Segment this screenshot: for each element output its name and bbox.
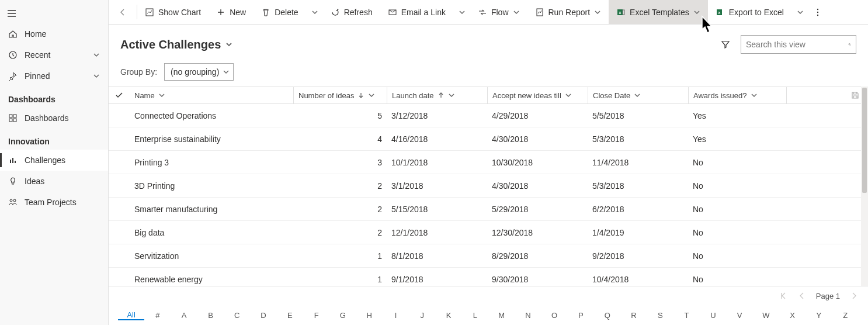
table-row[interactable]: Smarter manufacturing25/15/20185/29/2018… xyxy=(109,198,868,221)
alpha-F[interactable]: F xyxy=(303,311,329,320)
filter-button[interactable] xyxy=(718,37,732,51)
export-excel-split[interactable] xyxy=(791,0,808,24)
sidebar-item-ideas[interactable]: Ideas xyxy=(0,171,108,192)
sidebar-label-dashboards: Dashboards xyxy=(25,113,69,123)
alpha-#[interactable]: # xyxy=(144,311,171,320)
col-number-of-ideas[interactable]: Number of ideas xyxy=(293,87,387,103)
view-selector[interactable]: Active Challenges xyxy=(120,38,232,51)
alpha-A[interactable]: A xyxy=(171,311,197,320)
alpha-V[interactable]: V xyxy=(726,311,752,320)
col-accept-ideas[interactable]: Accept new ideas till xyxy=(487,87,588,103)
grid-footer: Page 1 All#ABCDEFGHIJKLMNOPQRSTUVWXYZ xyxy=(109,286,868,325)
alpha-I[interactable]: I xyxy=(383,311,409,320)
table-row[interactable]: Big data212/1/201812/30/20181/4/2019No xyxy=(109,221,868,244)
alpha-D[interactable]: D xyxy=(250,311,276,320)
table-row[interactable]: Servitization18/1/20188/29/20189/2/2018N… xyxy=(109,244,868,268)
cell-name[interactable]: Connected Operations xyxy=(130,111,293,120)
alpha-J[interactable]: J xyxy=(409,311,435,320)
cell-name[interactable]: Enterprise sustainability xyxy=(130,134,293,144)
table-row[interactable]: Printing 3310/1/201810/30/201811/4/2018N… xyxy=(109,151,868,174)
delete-button[interactable]: Delete xyxy=(254,0,305,24)
scrollbar-thumb[interactable] xyxy=(862,88,867,193)
email-button[interactable]: Email a Link xyxy=(380,0,453,24)
export-excel-button[interactable]: x Export to Excel xyxy=(708,0,791,24)
alpha-G[interactable]: G xyxy=(329,311,356,320)
col-launch-date[interactable]: Launch date xyxy=(387,87,487,103)
cell-name[interactable]: 3D Printing xyxy=(130,181,293,191)
alpha-Q[interactable]: Q xyxy=(594,311,620,320)
cell-close: 5/3/2018 xyxy=(588,134,688,144)
cell-name[interactable]: Renewable energy xyxy=(130,275,293,284)
sidebar-item-team-projects[interactable]: Team Projects xyxy=(0,192,108,213)
hamburger-menu[interactable] xyxy=(0,4,23,23)
cell-name[interactable]: Printing 3 xyxy=(130,158,293,167)
next-page-icon[interactable] xyxy=(849,291,859,300)
svg-rect-5 xyxy=(10,160,11,163)
export-excel-label: Export to Excel xyxy=(729,8,784,17)
col-awards[interactable]: Awards issued? xyxy=(688,87,786,103)
excel-templates-button[interactable]: x Excel Templates xyxy=(609,0,708,24)
first-page-icon[interactable] xyxy=(779,291,788,300)
clock-icon xyxy=(8,50,18,60)
cell-name[interactable]: Smarter manufacturing xyxy=(130,205,293,214)
vertical-scrollbar[interactable] xyxy=(861,87,868,286)
challenges-icon xyxy=(8,155,18,165)
svg-rect-7 xyxy=(15,161,16,163)
alpha-K[interactable]: K xyxy=(435,311,461,320)
flow-button[interactable]: Flow xyxy=(470,0,527,24)
section-innovation: Innovation xyxy=(0,129,108,150)
search-input[interactable] xyxy=(746,40,848,49)
table-row[interactable]: 3D Printing23/1/20184/30/20185/3/2018No xyxy=(109,174,868,198)
alpha-W[interactable]: W xyxy=(753,311,779,320)
save-layout-button[interactable] xyxy=(850,91,860,100)
alpha-Y[interactable]: Y xyxy=(805,311,832,320)
alpha-All[interactable]: All xyxy=(118,310,144,320)
alpha-B[interactable]: B xyxy=(197,311,224,320)
alpha-U[interactable]: U xyxy=(700,311,726,320)
alpha-L[interactable]: L xyxy=(462,311,488,320)
groupby-toolbar: Group By: (no grouping) xyxy=(109,57,868,87)
sidebar-item-dashboards[interactable]: Dashboards xyxy=(0,108,108,129)
groupby-select[interactable]: (no grouping) xyxy=(164,63,234,81)
alpha-T[interactable]: T xyxy=(673,311,700,320)
table-row[interactable]: Renewable energy19/1/20189/30/201810/4/2… xyxy=(109,268,868,286)
cell-name[interactable]: Servitization xyxy=(130,251,293,261)
cell-accept: 8/29/2018 xyxy=(487,251,588,261)
alpha-E[interactable]: E xyxy=(277,311,303,320)
sidebar-item-recent[interactable]: Recent xyxy=(0,44,108,65)
alpha-C[interactable]: C xyxy=(224,311,250,320)
sidebar-item-pinned[interactable]: Pinned xyxy=(0,65,108,87)
cell-close: 5/3/2018 xyxy=(588,181,688,191)
alpha-H[interactable]: H xyxy=(356,311,383,320)
table-row[interactable]: Connected Operations53/12/20184/29/20185… xyxy=(109,104,868,127)
select-all-column[interactable] xyxy=(109,87,130,103)
run-report-button[interactable]: Run Report xyxy=(527,0,609,24)
chevron-down-icon xyxy=(311,9,318,16)
show-chart-button[interactable]: Show Chart xyxy=(137,0,209,24)
sidebar-item-home[interactable]: Home xyxy=(0,23,108,44)
back-button[interactable] xyxy=(109,0,137,24)
email-split[interactable] xyxy=(453,0,470,24)
search-box[interactable] xyxy=(741,35,856,54)
alpha-Z[interactable]: Z xyxy=(832,311,859,320)
alpha-P[interactable]: P xyxy=(568,311,594,320)
sidebar-item-challenges[interactable]: Challenges xyxy=(0,150,108,171)
overflow-button[interactable] xyxy=(808,0,827,24)
new-button[interactable]: New xyxy=(209,0,254,24)
alpha-O[interactable]: O xyxy=(541,311,568,320)
cell-num-ideas: 4 xyxy=(293,134,387,144)
alpha-S[interactable]: S xyxy=(647,311,673,320)
prev-page-icon[interactable] xyxy=(797,291,807,300)
col-name[interactable]: Name xyxy=(130,87,293,103)
alpha-X[interactable]: X xyxy=(779,311,805,320)
table-row[interactable]: Enterprise sustainability44/16/20184/30/… xyxy=(109,127,868,151)
cell-launch: 9/1/2018 xyxy=(387,275,487,284)
alpha-N[interactable]: N xyxy=(515,311,541,320)
chevron-down-icon xyxy=(93,51,100,58)
cell-name[interactable]: Big data xyxy=(130,228,293,237)
col-close-date[interactable]: Close Date xyxy=(588,87,688,103)
alpha-R[interactable]: R xyxy=(620,311,647,320)
refresh-button[interactable]: Refresh xyxy=(323,0,380,24)
alpha-M[interactable]: M xyxy=(488,311,515,320)
delete-split[interactable] xyxy=(306,0,323,24)
